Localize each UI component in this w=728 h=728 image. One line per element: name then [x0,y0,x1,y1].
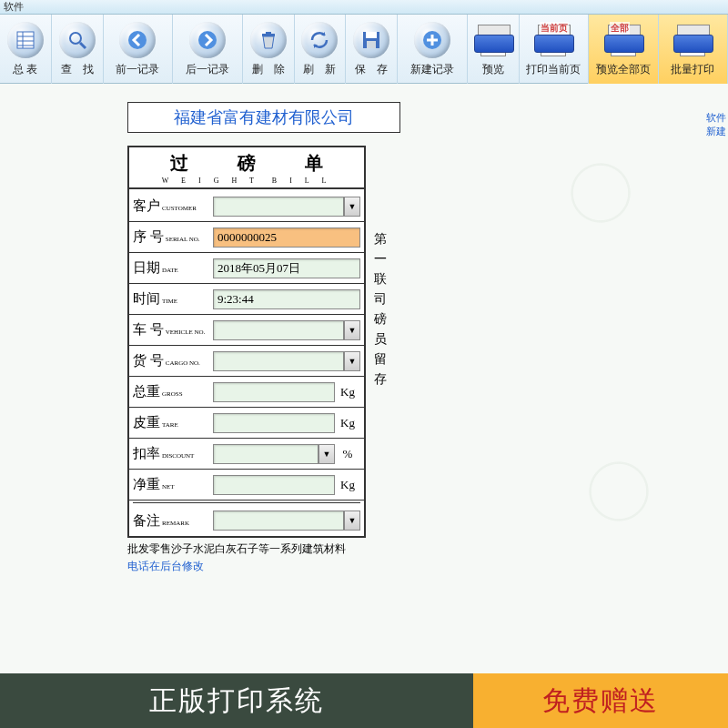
field-label: 客户CUSTOMER [133,197,213,215]
toolbar-label: 前一记录 [116,62,159,77]
printer-icon: 全部 [601,22,646,58]
promo-banner: 正版打印系统 免费赠送 [0,673,728,728]
form-row-gross: 总重GROSSKg [129,377,364,408]
gross-input[interactable] [213,382,335,402]
refresh-icon [301,22,338,58]
chevron-down-icon: ▼ [344,320,360,340]
form-row-discount: 扣率DISCOUNT▼% [129,439,364,470]
unit-label: % [335,447,360,461]
sidelink-1[interactable]: 软件 [706,111,726,125]
customer-select[interactable]: ▼ [213,197,360,217]
search-icon [59,22,96,58]
unit-label: Kg [335,385,360,399]
toolbar-label: 查 找 [61,62,94,77]
net-input[interactable] [213,475,335,495]
form-row-time: 时间TIME9:23:44 [129,284,364,315]
toolbar-label: 删 除 [252,62,285,77]
toolbar-print-button[interactable]: 当前页打印当前页 [520,15,589,84]
printer-icon [670,22,715,58]
field-label: 车 号VEHICLE NO. [133,321,213,339]
chevron-down-icon: ▼ [344,197,360,217]
form-row-cargono: 货 号CARGO NO.▼ [129,346,364,377]
serialno-input[interactable]: 0000000025 [213,228,360,248]
svg-rect-13 [367,41,376,48]
toolbar-list-button[interactable]: 总 表 [0,15,52,84]
main-toolbar: 总 表查 找前一记录后一记录删 除刷 新保 存新建记录预览当前页打印当前页全部预… [0,15,728,84]
toolbar-prev-button[interactable]: 前一记录 [104,15,173,84]
toolbar-refresh-button[interactable]: 刷 新 [295,15,347,84]
field-label: 序 号SERIAL NO. [133,228,213,246]
list-icon [7,22,44,58]
company-name: 福建省富有建材有限公司 [127,102,400,133]
time-input[interactable]: 9:23:44 [213,289,360,309]
form-row-tare: 皮重TAREKg [129,408,364,439]
toolbar-trash-button[interactable]: 删 除 [243,15,295,84]
toolbar-new-button[interactable]: 新建记录 [398,15,467,84]
field-label: 日期DATE [133,259,213,277]
form-title-cn: 过 磅 单 [129,151,364,176]
window-titlebar: 软件 [0,0,728,15]
field-label: 备注REMARK [133,512,213,530]
svg-line-6 [80,43,86,48]
new-icon [414,22,450,58]
form-row-date: 日期DATE2018年05月07日 [129,253,364,284]
banner-right: 免费赠送 [473,673,728,728]
banner-left: 正版打印系统 [0,673,473,728]
toolbar-label: 预览全部页 [596,62,651,77]
toolbar-label: 保 存 [355,62,388,77]
form-row-remark: 备注REMARK▼ [129,505,364,536]
field-label: 净重NET [133,476,213,493]
unit-label: Kg [335,478,360,492]
footer-note-1: 批发零售沙子水泥白灰石子等一系列建筑材料 [127,541,400,557]
toolbar-label: 后一记录 [186,62,229,77]
side-links: 软件 新建 [706,111,726,138]
field-label: 总重GROSS [133,383,213,400]
toolbar-label: 批量打印 [671,62,714,77]
workspace: 软件 新建 福建省富有建材有限公司 过 磅 单 W E I G H T B I … [0,84,728,673]
form-row-net: 净重NETKg [129,470,364,500]
toolbar-label: 总 表 [13,62,37,77]
cargono-select[interactable]: ▼ [213,351,360,371]
svg-point-8 [198,31,217,49]
field-label: 扣率DISCOUNT [133,445,213,462]
date-input[interactable]: 2018年05月07日 [213,258,360,278]
printer-icon: 当前页 [531,22,576,58]
form-title-en: W E I G H T B I L L [129,176,364,189]
tare-input[interactable] [213,413,335,433]
prev-icon [119,22,156,58]
weight-bill-form: 过 磅 单 W E I G H T B I L L 客户CUSTOMER▼序 号… [127,146,366,538]
vehicleno-select[interactable]: ▼ [213,320,360,340]
discount-select[interactable]: ▼ [213,444,335,464]
svg-point-7 [128,31,147,49]
field-label: 皮重TARE [133,414,213,431]
unit-label: Kg [335,416,360,430]
toolbar-search-button[interactable]: 查 找 [52,15,104,84]
toolbar-label: 打印当前页 [526,62,581,77]
svg-rect-12 [366,32,377,38]
svg-rect-9 [262,34,275,36]
toolbar-preview-button[interactable]: 预览 [468,15,520,84]
svg-point-5 [70,33,81,44]
toolbar-label: 新建记录 [410,62,454,77]
copy-label: 第一联 司磅员留存 [373,229,388,389]
chevron-down-icon: ▼ [344,351,360,371]
next-icon [189,22,226,58]
toolbar-next-button[interactable]: 后一记录 [173,15,242,84]
svg-rect-10 [266,32,271,34]
form-row-vehicleno: 车 号VEHICLE NO.▼ [129,315,364,346]
form-row-serialno: 序 号SERIAL NO.0000000025 [129,222,364,253]
toolbar-save-button[interactable]: 保 存 [346,15,398,84]
form-row-customer: 客户CUSTOMER▼ [129,191,364,222]
chevron-down-icon: ▼ [318,444,335,464]
sidelink-2[interactable]: 新建 [706,125,726,138]
toolbar-previewall-button[interactable]: 全部预览全部页 [589,15,658,84]
toolbar-label: 刷 新 [303,62,336,77]
printer-icon [470,22,516,58]
footer-note-2[interactable]: 电话在后台修改 [127,559,400,574]
save-icon [353,22,389,58]
chevron-down-icon: ▼ [344,511,360,531]
field-label: 时间TIME [133,290,213,308]
trash-icon [250,22,287,58]
remark-select[interactable]: ▼ [213,511,360,531]
toolbar-batchprint-button[interactable]: 批量打印 [659,15,728,84]
